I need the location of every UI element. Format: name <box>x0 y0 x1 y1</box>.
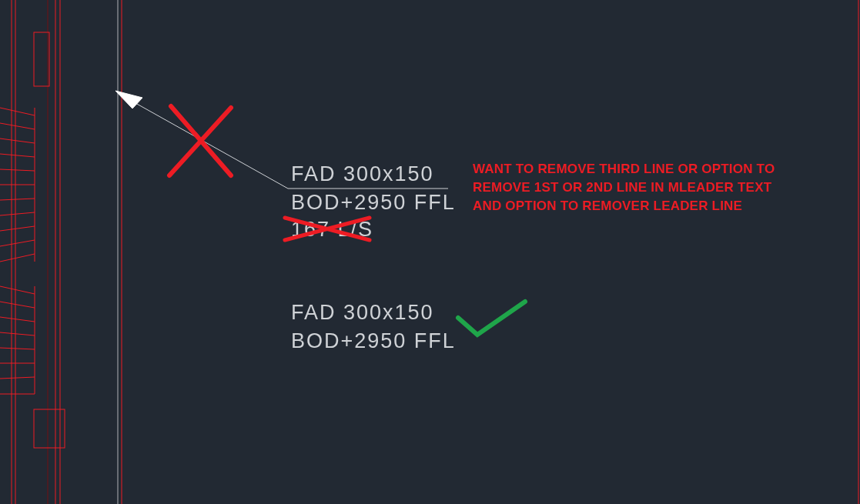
mleader-after-line2[interactable]: BOD+2950 FFL <box>291 327 456 355</box>
svg-line-27 <box>0 377 35 379</box>
svg-marker-33 <box>115 91 142 108</box>
svg-line-16 <box>0 212 35 215</box>
cad-viewport[interactable]: FAD 300x150 BOD+2950 FFL 167 L/S FAD 300… <box>0 0 860 504</box>
svg-line-17 <box>0 226 35 231</box>
svg-line-32 <box>123 96 288 189</box>
mleader-before-line3[interactable]: 167 L/S <box>291 215 373 243</box>
annotation-note-line3: AND OPTION TO REMOVER LEADER LINE <box>473 197 842 215</box>
svg-line-34 <box>171 106 231 175</box>
svg-line-15 <box>0 199 35 200</box>
mleader-before-line2[interactable]: BOD+2950 FFL <box>291 189 456 216</box>
svg-line-13 <box>0 169 35 171</box>
svg-line-10 <box>0 123 35 129</box>
svg-line-19 <box>0 254 35 262</box>
cad-geometry-layer <box>0 0 860 504</box>
svg-line-12 <box>0 154 35 157</box>
svg-line-23 <box>0 317 35 322</box>
annotation-note: WANT TO REMOVE THIRD LINE OR OPTION TO R… <box>473 160 842 215</box>
svg-line-21 <box>0 286 35 294</box>
annotation-note-line2: REMOVE 1ST OR 2ND LINE IN MLEADER TEXT <box>473 179 842 197</box>
annotation-note-line1: WANT TO REMOVE THIRD LINE OR OPTION TO <box>473 160 842 179</box>
mleader-before <box>0 0 860 504</box>
mleader-after-line1[interactable]: FAD 300x150 <box>291 299 434 326</box>
svg-line-18 <box>0 240 35 246</box>
svg-line-35 <box>169 108 231 175</box>
svg-line-22 <box>0 302 35 308</box>
check-mark-icon <box>458 302 525 335</box>
mleader-before-line1[interactable]: FAD 300x150 <box>291 160 434 188</box>
svg-line-11 <box>0 139 35 143</box>
svg-line-24 <box>0 332 35 335</box>
cross-mark-icon <box>169 106 231 175</box>
svg-rect-8 <box>34 32 49 86</box>
svg-line-9 <box>0 108 35 115</box>
svg-line-25 <box>0 348 35 349</box>
annotation-marks <box>0 0 860 504</box>
svg-rect-30 <box>34 409 65 448</box>
